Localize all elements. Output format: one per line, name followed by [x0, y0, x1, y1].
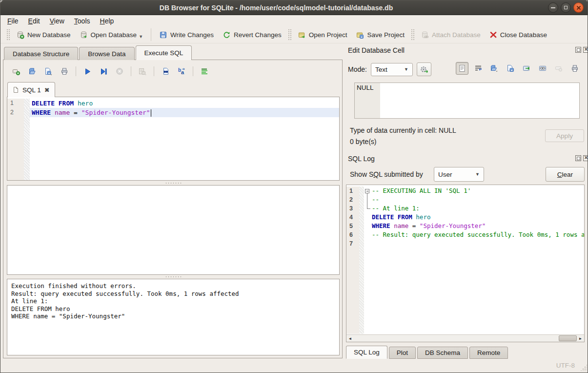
fold-margin	[24, 99, 30, 108]
write-changes-label: Write Changes	[170, 31, 214, 39]
sql-log-dock-title: SQL Log	[348, 154, 375, 164]
tab-remote[interactable]: Remote	[469, 347, 508, 359]
tab-execute-sql[interactable]: Execute SQL	[136, 45, 192, 60]
cell-toolbar	[456, 62, 581, 75]
scrollbar-thumb[interactable]	[559, 335, 577, 341]
resize-grip[interactable]	[580, 364, 587, 371]
format-sql-icon	[201, 67, 208, 75]
cell-size-info: 0 byte(s)	[350, 138, 376, 145]
fold-margin-fill	[24, 126, 30, 180]
new-sql-tab-button[interactable]	[10, 65, 22, 77]
execution-message-pane[interactable]: Execution finished without errors. Resul…	[7, 279, 340, 355]
sql-log-view[interactable]: 1 -- EXECUTING ALL IN 'SQL 1' 2 -- 3 -- …	[346, 185, 585, 342]
log-horizontal-scrollbar[interactable]: ◀ ▶	[346, 334, 584, 342]
new-database-label: New Database	[27, 31, 71, 39]
open-link-button[interactable]	[536, 62, 549, 75]
menu-file[interactable]: File	[2, 16, 23, 26]
dock-tab-bar: SQL Log Plot DB Schema Remote	[346, 346, 509, 359]
tab-plot[interactable]: Plot	[389, 347, 416, 359]
sql-tab-label: SQL 1	[22, 86, 41, 94]
open-database-button[interactable]: Open Database ▼	[75, 29, 148, 41]
log-gutter-fill	[346, 248, 359, 334]
menu-edit[interactable]: Edit	[23, 16, 45, 26]
line-number: 1	[7, 99, 24, 108]
float-dock-icon[interactable]	[575, 47, 581, 53]
execute-all-icon	[84, 68, 91, 75]
revert-changes-button[interactable]: Revert Changes	[218, 29, 286, 41]
open-project-label: Open Project	[309, 31, 347, 39]
mode-combobox[interactable]: Text ▼	[371, 63, 413, 76]
chevron-down-icon: ▼	[475, 172, 480, 177]
toolbar-grip[interactable]	[288, 29, 291, 41]
revert-changes-label: Revert Changes	[234, 31, 282, 39]
sql-log-filter-combobox[interactable]: User ▼	[434, 167, 484, 182]
text-document-icon	[458, 64, 466, 72]
stop-execution-icon	[116, 67, 123, 75]
find-in-sql-icon	[162, 67, 170, 75]
print-cell-button[interactable]	[568, 62, 581, 75]
close-sql-tab-icon[interactable]: ✖	[44, 86, 50, 94]
tab-browse-data[interactable]: Browse Data	[79, 47, 134, 60]
clear-log-button[interactable]: Clear	[546, 167, 585, 182]
open-sql-file-icon	[28, 67, 36, 75]
encoding-indicator[interactable]: UTF-8	[556, 362, 575, 369]
results-grid-pane[interactable]	[7, 185, 340, 275]
stop-execution-button	[114, 65, 125, 77]
open-project-button[interactable]: Open Project	[293, 29, 352, 41]
fold-collapse-icon[interactable]	[365, 189, 369, 193]
results-message-splitter[interactable]	[7, 275, 340, 278]
open-database-menu-arrow[interactable]: ▼	[139, 34, 143, 39]
new-database-button[interactable]: New Database	[12, 29, 75, 41]
tab-sql-log[interactable]: SQL Log	[346, 346, 387, 359]
format-sql-button[interactable]	[199, 65, 210, 77]
save-results-icon	[138, 67, 147, 75]
status-bar: UTF-8	[0, 358, 588, 373]
execute-all-button[interactable]	[81, 65, 93, 77]
cell-type-info: Type of data currently in cell: NULL	[350, 126, 456, 134]
print-sql-button[interactable]	[59, 65, 70, 77]
sql-document-tab[interactable]: SQL 1 ✖	[7, 82, 55, 97]
close-dock-icon[interactable]	[583, 155, 588, 161]
revert-changes-icon	[223, 31, 231, 39]
autocomplete-button[interactable]: b a	[176, 65, 187, 77]
editor-results-splitter[interactable]	[7, 182, 340, 185]
save-sql-file-button[interactable]	[42, 65, 54, 77]
line-number: 2	[7, 108, 24, 117]
tab-database-structure[interactable]: Database Structure	[4, 47, 78, 60]
execute-current-line-icon	[100, 68, 107, 75]
open-link-icon	[539, 64, 547, 72]
log-fold-fill	[359, 248, 364, 334]
cell-value-editor[interactable]: NULL	[354, 83, 580, 119]
write-changes-button[interactable]: Write Changes	[155, 29, 218, 41]
sql-editor[interactable]: 1 DELETE FROM hero 2 WHERE name = "Spide…	[7, 97, 340, 181]
editor-line-current: 2 WHERE name = "Spider-Youngster"	[7, 108, 339, 117]
scroll-right-icon[interactable]: ▶	[577, 335, 584, 342]
word-wrap-button[interactable]	[472, 62, 485, 75]
print-sql-icon	[61, 67, 68, 75]
mode-label: Mode:	[348, 65, 367, 73]
tab-db-schema[interactable]: DB Schema	[417, 347, 468, 359]
find-in-sql-button[interactable]	[160, 65, 171, 77]
apply-data-button[interactable]	[520, 62, 533, 75]
close-dock-icon[interactable]	[583, 47, 588, 53]
auto-switch-mode-icon	[420, 65, 428, 74]
toolbar-grip[interactable]	[6, 29, 10, 41]
export-data-button[interactable]	[504, 62, 517, 75]
save-sql-file-icon	[44, 67, 53, 75]
apply-button: Apply	[545, 129, 584, 142]
text-document-button[interactable]	[456, 62, 468, 75]
menu-tools[interactable]: Tools	[69, 16, 95, 26]
menu-help[interactable]: Help	[95, 16, 119, 26]
open-project-icon	[298, 31, 306, 39]
open-sql-file-button[interactable]	[26, 65, 38, 77]
sql-document-icon	[13, 86, 19, 93]
set-null-button	[552, 62, 565, 75]
import-data-button[interactable]	[488, 62, 501, 75]
float-dock-icon[interactable]	[575, 155, 581, 161]
menu-view[interactable]: View	[45, 16, 69, 26]
auto-switch-mode-button[interactable]	[417, 62, 431, 76]
sql-log-filter-value: User	[438, 171, 452, 178]
scroll-left-icon[interactable]: ◀	[346, 335, 354, 342]
message-line: WHERE name = "Spider-Youngster"	[11, 312, 335, 320]
execute-current-line-button[interactable]	[98, 65, 109, 77]
